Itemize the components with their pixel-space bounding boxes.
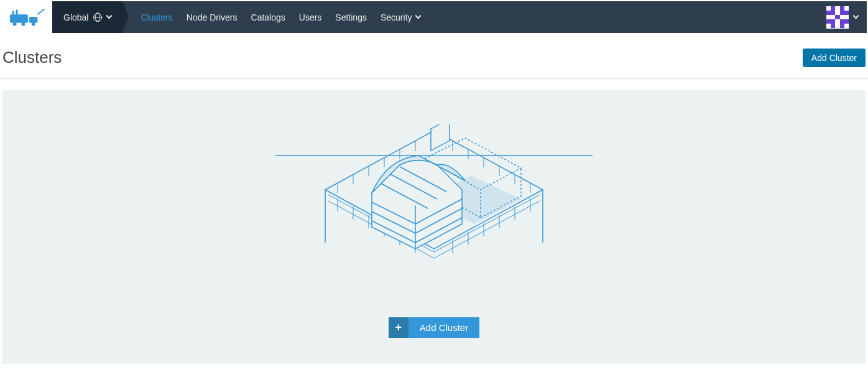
chevron-down-icon [853,13,859,19]
nav-item-label: Settings [335,12,367,22]
user-menu[interactable] [818,1,867,33]
empty-state-panel: + Add Cluster [2,90,866,364]
svg-point-3 [21,22,25,26]
svg-rect-6 [16,9,18,16]
svg-point-7 [43,8,45,10]
nav-clusters[interactable]: Clusters [134,1,179,33]
rancher-logo-icon [9,8,45,27]
nav-item-label: Catalogs [251,12,285,22]
avatar [826,6,849,29]
nav-item-label: Users [299,12,322,22]
nav-items: Clusters Node Drivers Catalogs Users Set… [122,1,427,33]
page-header: Clusters Add Cluster [0,34,868,79]
page-title: Clusters [2,48,62,67]
chevron-down-icon [106,13,113,19]
svg-rect-1 [29,17,38,23]
svg-point-2 [13,22,17,26]
globe-icon [93,13,102,22]
nav-security[interactable]: Security [374,1,427,33]
logo[interactable] [1,1,52,33]
global-scope-selector[interactable]: Global [52,1,122,33]
svg-rect-5 [12,11,14,16]
add-cluster-button-center[interactable]: Add Cluster [409,317,479,338]
chevron-down-icon [415,13,421,19]
nav-settings[interactable]: Settings [328,1,374,33]
nav-node-drivers[interactable]: Node Drivers [180,1,244,33]
plus-icon[interactable]: + [389,317,409,338]
empty-farm-illustration [275,124,593,286]
nav-users[interactable]: Users [292,1,329,33]
global-label: Global [63,12,88,22]
nav-catalogs[interactable]: Catalogs [244,1,292,33]
svg-rect-44 [431,124,450,151]
add-cluster-button[interactable]: Add Cluster [803,49,866,67]
svg-rect-0 [10,14,28,23]
svg-point-4 [32,22,35,26]
nav-item-label: Security [381,12,412,22]
nav-item-label: Node Drivers [187,12,238,22]
top-nav: Global Clusters Node Drivers Catalogs Us… [1,1,867,33]
add-cluster-combo: + Add Cluster [389,317,479,338]
nav-item-label: Clusters [141,12,172,22]
